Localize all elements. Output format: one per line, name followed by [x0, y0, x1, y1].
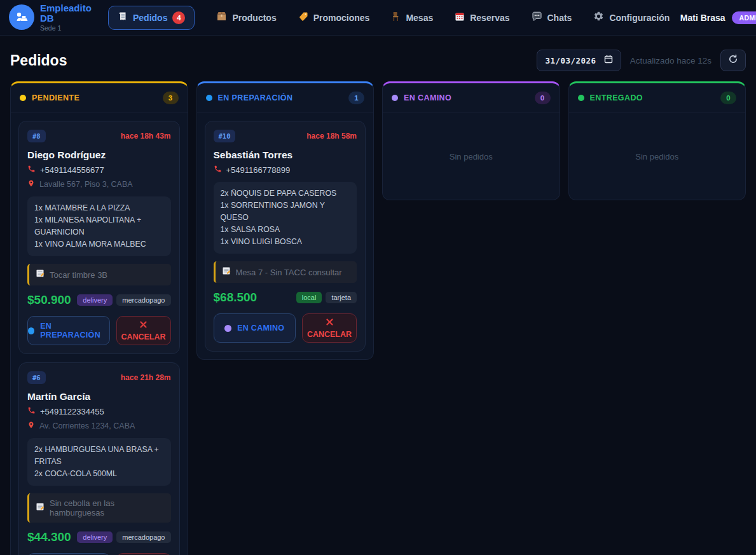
column-en-camino-header: EN CAMINO 0 [383, 83, 560, 113]
status-dot-icon [28, 327, 34, 334]
order-item: 1x SALSA ROSA [221, 224, 350, 236]
memo-icon [222, 266, 231, 278]
customer-address: Av. Corrientes 1234, CABA [39, 421, 135, 430]
order-item: 1x VINO ALMA MORA MALBEC [34, 238, 164, 250]
order-note-text: Tocar timbre 3B [50, 270, 107, 280]
order-item: 1x MATAMBRE A LA PIZZA [34, 202, 164, 214]
tag-icon [298, 11, 308, 24]
column-pendiente-scroll-area[interactable]: #8 hace 18h 43m Diego Rodríguez +5491144… [11, 113, 188, 555]
status-dot-icon [224, 325, 231, 332]
order-elapsed-time: hace 21h 28m [121, 373, 171, 382]
top-navigation-bar: Empleadito DB Sede 1 Pedidos 4 [0, 0, 756, 36]
nav-label-productos: Productos [232, 13, 276, 23]
column-pendiente-count: 3 [163, 92, 179, 104]
cancel-order-button[interactable]: CANCELAR [302, 313, 357, 343]
user-role-badge: ADMIN [732, 11, 756, 24]
nav-label-promociones: Promociones [313, 13, 370, 23]
orders-kanban-board: PENDIENTE 3 #8 hace 18h 43m Diego Rodríg… [0, 81, 756, 555]
map-pin-icon [27, 420, 35, 432]
column-entregado-count: 0 [720, 92, 736, 104]
nav-item-configuracion[interactable]: Configuración [593, 11, 670, 24]
nav-item-productos[interactable]: Productos [216, 11, 276, 24]
phone-icon [27, 406, 36, 417]
nav-label-mesas: Mesas [406, 13, 433, 23]
refresh-icon [728, 54, 738, 67]
order-item: 2x ÑOQUIS DE PAPA CASEROS [221, 188, 350, 200]
column-entregado-label: ENTREGADO [590, 93, 643, 102]
status-dot-entregado [578, 95, 584, 101]
phone-icon [214, 164, 222, 175]
app-logo-icon [9, 4, 34, 30]
customer-address: Lavalle 567, Piso 3, CABA [39, 180, 133, 189]
column-pendiente-header: PENDIENTE 3 [11, 83, 188, 113]
order-item: 1x MILANESA NAPOLITANA + GUARNICION [34, 214, 164, 238]
column-en-camino-count: 0 [535, 92, 551, 104]
date-picker-input[interactable]: 31/03/2026 [537, 50, 621, 71]
customer-name: Martín García [27, 391, 171, 402]
order-item: 1x VINO LUIGI BOSCA [221, 236, 350, 248]
order-card-10[interactable]: #10 hace 18h 58m Sebastián Torres +54911… [205, 121, 366, 352]
column-en-preparacion-label: EN PREPARACIÓN [218, 93, 293, 102]
calendar-icon [455, 11, 465, 24]
cancel-label: CANCELAR [121, 332, 165, 341]
order-items-list: 1x MATAMBRE A LA PIZZA 1x MILANESA NAPOL… [27, 196, 171, 256]
empty-column-placeholder: Sin pedidos [577, 121, 738, 192]
x-icon [326, 317, 334, 329]
nav-item-promociones[interactable]: Promociones [298, 11, 370, 24]
advance-status-button[interactable]: EN CAMINO [214, 313, 296, 343]
nav-item-pedidos[interactable]: Pedidos 4 [108, 6, 195, 30]
payment-method-tag: mercadopago [116, 294, 170, 306]
brand: Empleadito DB Sede 1 [9, 3, 98, 32]
pedidos-count-badge: 4 [172, 11, 185, 24]
date-value: 31/03/2026 [545, 56, 596, 65]
empty-column-placeholder: Sin pedidos [390, 121, 552, 192]
main-nav: Pedidos 4 Productos Promocione [108, 6, 674, 30]
status-dot-en-camino [392, 95, 398, 101]
nav-item-mesas[interactable]: Mesas [391, 11, 433, 24]
order-note: Mesa 7 - Sin TACC consultar [214, 261, 357, 283]
cancel-order-button[interactable]: CANCELAR [116, 316, 171, 345]
order-card-8[interactable]: #8 hace 18h 43m Diego Rodríguez +5491144… [18, 121, 180, 354]
order-item: 1x SORRENTINOS JAMON Y QUESO [221, 200, 350, 224]
status-dot-en-preparacion [206, 95, 212, 101]
x-icon [139, 320, 148, 331]
advance-status-button[interactable]: EN PREPARACIÓN [27, 316, 110, 345]
nav-label-reservas: Reservas [470, 13, 509, 23]
advance-status-label: EN CAMINO [237, 324, 284, 332]
payment-method-tag: mercadopago [116, 531, 170, 543]
order-items-list: 2x ÑOQUIS DE PAPA CASEROS 1x SORRENTINOS… [214, 182, 357, 254]
order-item: 2x COCA-COLA 500ML [34, 468, 164, 480]
brand-name-line2: DB [40, 13, 92, 24]
nav-item-reservas[interactable]: Reservas [455, 11, 509, 24]
nav-label-pedidos: Pedidos [133, 13, 167, 23]
gear-icon [593, 11, 604, 24]
column-en-preparacion: EN PREPARACIÓN 1 #10 hace 18h 58m Sebast… [196, 81, 375, 360]
memo-icon [36, 269, 45, 280]
nav-label-configuracion: Configuración [609, 13, 670, 23]
column-entregado: ENTREGADO 0 Sin pedidos [568, 81, 746, 200]
page-title: Pedidos [10, 52, 67, 69]
column-entregado-header: ENTREGADO 0 [569, 83, 746, 113]
user-name: Mati Brasa [680, 13, 725, 23]
column-en-camino: EN CAMINO 0 Sin pedidos [382, 81, 560, 200]
customer-phone: +5491166778899 [226, 165, 291, 175]
chat-icon [532, 11, 542, 24]
order-type-tag: delivery [77, 294, 113, 306]
calendar-small-icon [604, 55, 613, 66]
customer-name: Diego Rodríguez [27, 149, 171, 161]
chair-icon [391, 11, 401, 24]
order-elapsed-time: hace 18h 58m [306, 132, 357, 140]
column-pendiente: PENDIENTE 3 #8 hace 18h 43m Diego Rodríg… [10, 81, 188, 555]
column-pendiente-label: PENDIENTE [32, 93, 79, 102]
brand-name-line1: Empleadito [40, 3, 92, 13]
nav-item-chats[interactable]: Chats [532, 11, 572, 24]
customer-phone: +5491122334455 [40, 407, 104, 416]
order-total-price: $44.300 [27, 530, 71, 544]
order-items-list: 2x HAMBURGUESA UNA BRASA + FRITAS 2x COC… [27, 438, 171, 486]
memo-icon [36, 502, 45, 514]
user-chip[interactable]: Mati Brasa ADMIN [680, 11, 756, 24]
receipt-icon [118, 11, 128, 24]
order-card-6[interactable]: #6 hace 21h 28m Martín García +549112233… [18, 362, 180, 555]
order-id-badge: #8 [27, 130, 46, 142]
refresh-button[interactable] [720, 50, 746, 71]
